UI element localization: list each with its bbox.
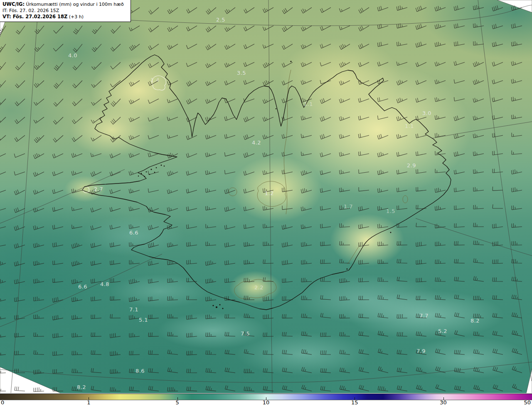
forecast-title-box: UWC/IG: Úrkomumætti (mm) og vindur i 100… <box>0 0 131 22</box>
product-desc: Úrkomumætti (mm) og vindur i 100m hæð <box>25 2 124 7</box>
contour-value-label: 1.1 <box>304 101 313 107</box>
contour-value-label: 5.2 <box>438 328 447 334</box>
contour-value-label: 7.5 <box>241 330 250 337</box>
contour-value-label: 3.0 <box>422 110 431 116</box>
contour-value-label: 4.8 <box>100 281 109 287</box>
contour-value-label: 1.1 <box>405 123 414 129</box>
contour-value-label: 2.5 <box>216 17 225 23</box>
precip-colorbar: 01510153050 <box>0 393 532 406</box>
contour-value-label: 7.7 <box>419 313 429 319</box>
contour-value-label: 1.5 <box>386 208 395 214</box>
contour-value-label: 4.2 <box>252 139 261 146</box>
contour-value-label: 1.4 <box>150 77 160 83</box>
contour-value-label: 6.6 <box>129 230 138 236</box>
contour-value-label: 4.0 <box>68 52 77 59</box>
valid-suffix: (+3 h) <box>67 14 84 20</box>
contour-value-label: 1.7 <box>344 203 353 210</box>
contour-value-label: 6.6 <box>78 284 87 290</box>
colorbar-tick-label: 30 <box>440 399 447 406</box>
contour-value-label: 7.9 <box>416 348 426 354</box>
colorbar-tick-label: 1 <box>87 399 90 406</box>
wind-barb-layer <box>0 0 532 394</box>
contour-value-label: 2.7 <box>94 186 103 192</box>
contour-value-label: 8.6 <box>135 368 145 374</box>
colorbar-tick-label: 0 <box>1 399 4 406</box>
valid-time: VT: Fös. 27.02.2026 18Z <box>2 14 67 20</box>
contour-value-label: 8.2 <box>470 318 480 324</box>
product-code: UWC/IG: <box>2 1 25 7</box>
colorbar-tick-label: 50 <box>524 399 531 406</box>
title-line-valid: VT: Fös. 27.02.2026 18Z (+3 h) <box>2 14 128 20</box>
title-line-product: UWC/IG: Úrkomumætti (mm) og vindur i 100… <box>2 1 128 7</box>
colorbar-tick-label: 10 <box>263 399 270 406</box>
contour-value-label: 7.1 <box>129 306 138 313</box>
contour-value-label: 2.9 <box>407 162 416 169</box>
colorbar-tick-label: 5 <box>175 399 179 406</box>
title-line-init: IT: Fös. 27. 02. 2026 15Z <box>2 7 128 14</box>
colorbar-tick-label: 15 <box>351 399 358 406</box>
contour-value-label: 2.2 <box>254 284 264 291</box>
contour-value-label: 1.2 <box>265 190 274 196</box>
contour-value-label: 3.5 <box>237 70 246 76</box>
contour-value-label: 8.2 <box>77 384 86 390</box>
contour-value-label: 5.1 <box>139 317 148 323</box>
weather-map: 2.54.03.51.41.13.01.14.22.92.71.21.71.56… <box>0 0 532 406</box>
